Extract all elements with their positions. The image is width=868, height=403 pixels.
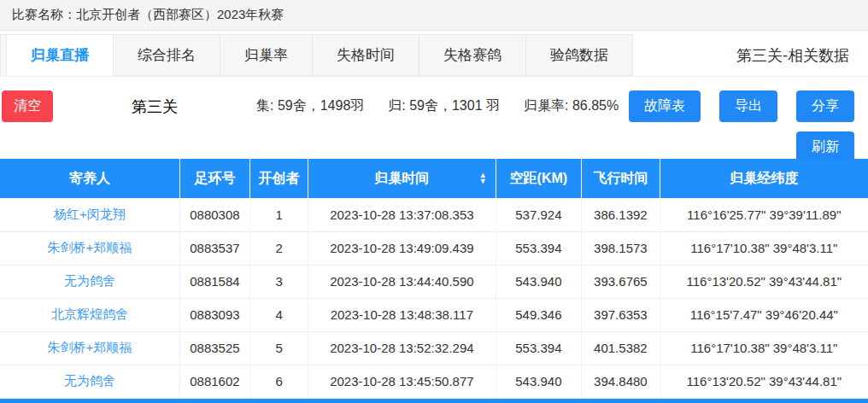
tab-1[interactable]: 综合排名 xyxy=(114,34,220,76)
rank-cell: 4 xyxy=(250,298,308,331)
fosterer-link[interactable]: 北京辉煌鸽舍 xyxy=(0,298,179,331)
gate-label: 第三关 xyxy=(132,96,178,117)
tab-4[interactable]: 失格赛鸽 xyxy=(419,34,526,76)
coordinates-cell: 116°17'10.38" 39°48'3.11" xyxy=(660,331,868,365)
header-flight-time: 飞行时间 xyxy=(582,159,660,198)
fosterer-link[interactable]: 无为鸽舍 xyxy=(0,365,179,398)
ring-number-cell: 0880308 xyxy=(179,198,249,231)
coordinates-cell: 116°16'25.77" 39°39'11.89" xyxy=(660,198,868,231)
rank-cell: 2 xyxy=(250,231,308,265)
header-fosterer: 寄养人 xyxy=(0,159,179,198)
flight-time-cell: 394.8480 xyxy=(582,365,660,398)
tab-0[interactable]: 归巢直播 xyxy=(7,34,114,76)
rank-cell: 6 xyxy=(250,365,308,398)
ring-number-cell: 0883093 xyxy=(179,298,249,331)
distance-cell: 543.940 xyxy=(496,265,582,298)
coordinates-cell: 116°13'20.52" 39°43'44.81" xyxy=(660,365,868,398)
share-button[interactable]: 分享 xyxy=(796,91,854,122)
return-time-cell: 2023-10-28 13:49:09.439 xyxy=(308,231,496,265)
fosterer-link[interactable]: 杨红+闵龙翔 xyxy=(0,198,179,231)
header-ring-number: 足环号 xyxy=(179,159,249,198)
sort-icon[interactable]: ▲ ▼ xyxy=(479,172,487,184)
table-body: 杨红+闵龙翔088030812023-10-28 13:37:08.353537… xyxy=(0,198,868,398)
toolbar-buttons: 故障表 导出 分享 xyxy=(629,91,854,122)
stats-group: 集: 59舍，1498羽 归: 59舍，1301 羽 归巢率: 86.85% xyxy=(256,97,619,115)
table-row: 北京辉煌鸽舍088309342023-10-28 13:48:38.117549… xyxy=(0,298,868,331)
flight-time-cell: 397.6353 xyxy=(582,298,660,331)
table-row: 无为鸽舍088158432023-10-28 13:44:40.590543.9… xyxy=(0,265,868,298)
collected-count: 集: 59舍，1498羽 xyxy=(256,97,364,115)
flight-time-cell: 401.5382 xyxy=(582,331,660,365)
export-button[interactable]: 导出 xyxy=(719,91,777,122)
next-table-header-strip xyxy=(0,399,868,403)
fosterer-link[interactable]: 无为鸽舍 xyxy=(0,265,179,298)
flight-time-cell: 393.6765 xyxy=(582,265,660,298)
sort-down-icon: ▼ xyxy=(479,178,487,184)
coordinates-cell: 116°15'7.47" 39°46'20.44" xyxy=(660,298,868,331)
ring-number-cell: 0883537 xyxy=(179,231,249,265)
distance-cell: 543.940 xyxy=(496,365,582,398)
clear-button[interactable]: 清空 xyxy=(2,91,53,122)
distance-cell: 549.346 xyxy=(496,298,582,331)
return-rate: 归巢率: 86.85% xyxy=(524,97,619,115)
results-table: 寄养人 足环号 开创者 归巢时间 ▲ ▼ 空距(KM) 飞行时间 归巢经纬度 杨… xyxy=(0,159,868,399)
race-name-bar: 比赛名称：北京开创者（西部赛区）2023年秋赛 xyxy=(0,0,868,31)
tab-list: 归巢直播综合排名归巢率失格时间失格赛鸽验鸽数据 xyxy=(7,34,633,76)
coordinates-cell: 116°17'10.38" 39°48'3.11" xyxy=(660,231,868,265)
tabbar-edge xyxy=(0,34,7,76)
table-row: 朱剑桥+郑顺福088353722023-10-28 13:49:09.43955… xyxy=(0,231,868,265)
distance-cell: 537.924 xyxy=(496,198,582,231)
return-time-cell: 2023-10-28 13:52:32.294 xyxy=(308,331,496,365)
rank-cell: 3 xyxy=(250,265,308,298)
tab-2[interactable]: 归巢率 xyxy=(220,34,313,76)
coordinates-cell: 116°13'20.52" 39°43'44.81" xyxy=(660,265,868,298)
returned-count: 归: 59舍，1301 羽 xyxy=(388,97,500,115)
return-time-cell: 2023-10-28 13:37:08.353 xyxy=(308,198,496,231)
rank-cell: 1 xyxy=(250,198,308,231)
return-time-cell: 2023-10-28 13:48:38.117 xyxy=(308,298,496,331)
header-return-time-label: 归巢时间 xyxy=(374,171,429,185)
header-distance: 空距(KM) xyxy=(496,159,582,198)
header-coordinates: 归巢经纬度 xyxy=(660,159,868,198)
tab-3[interactable]: 失格时间 xyxy=(313,34,419,76)
distance-cell: 553.394 xyxy=(496,231,582,265)
table-row: 无为鸽舍088160262023-10-28 13:45:50.877543.9… xyxy=(0,365,868,398)
return-time-cell: 2023-10-28 13:44:40.590 xyxy=(308,265,496,298)
fault-table-button[interactable]: 故障表 xyxy=(629,91,701,122)
fosterer-link[interactable]: 朱剑桥+郑顺福 xyxy=(0,331,179,365)
distance-cell: 553.394 xyxy=(496,331,582,365)
ring-number-cell: 0881584 xyxy=(179,265,249,298)
table-row: 朱剑桥+郑顺福088352552023-10-28 13:52:32.29455… xyxy=(0,331,868,365)
flight-time-cell: 398.1573 xyxy=(582,231,660,265)
return-time-cell: 2023-10-28 13:45:50.877 xyxy=(308,365,496,398)
race-name-label: 比赛名称：北京开创者（西部赛区）2023年秋赛 xyxy=(12,7,284,23)
flight-time-cell: 386.1392 xyxy=(582,198,660,231)
tab-bar: 归巢直播综合排名归巢率失格时间失格赛鸽验鸽数据 第三关-相关数据 xyxy=(0,34,868,77)
table-header-row: 寄养人 足环号 开创者 归巢时间 ▲ ▼ 空距(KM) 飞行时间 归巢经纬度 xyxy=(0,159,868,198)
table-row: 杨红+闵龙翔088030812023-10-28 13:37:08.353537… xyxy=(0,198,868,231)
toolbar: 清空 第三关 集: 59舍，1498羽 归: 59舍，1301 羽 归巢率: 8… xyxy=(0,77,868,159)
section-title: 第三关-相关数据 xyxy=(736,34,868,76)
header-rank: 开创者 xyxy=(250,159,308,198)
tab-5[interactable]: 验鸽数据 xyxy=(526,34,633,76)
fosterer-link[interactable]: 朱剑桥+郑顺福 xyxy=(0,231,179,265)
ring-number-cell: 0883525 xyxy=(179,331,249,365)
ring-number-cell: 0881602 xyxy=(179,365,249,398)
rank-cell: 5 xyxy=(250,331,308,365)
header-return-time[interactable]: 归巢时间 ▲ ▼ xyxy=(308,159,496,198)
